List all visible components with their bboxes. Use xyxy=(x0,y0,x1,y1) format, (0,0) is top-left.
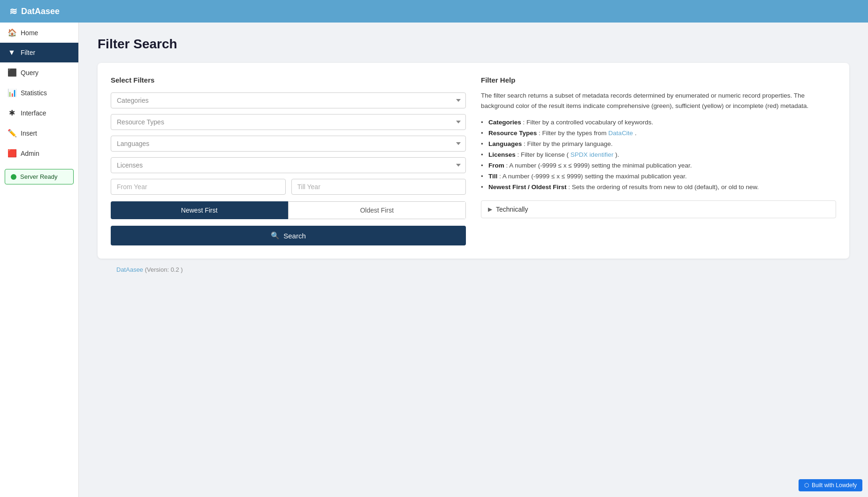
filter-help-list: Categories : Filter by a controlled voca… xyxy=(481,117,836,193)
help-term: Newest First / Oldest First xyxy=(488,184,567,191)
accordion-header[interactable]: ▶ Technically xyxy=(481,201,836,218)
statistics-icon: 📊 xyxy=(8,88,16,97)
help-term: Categories xyxy=(488,119,521,126)
search-button[interactable]: 🔍 Search xyxy=(111,226,466,245)
chevron-right-icon: ▶ xyxy=(488,206,492,213)
sidebar-item-label: Interface xyxy=(21,109,46,117)
two-col-layout: Select Filters Categories Resource Types… xyxy=(111,76,836,245)
logo: ≋ DatAasee xyxy=(9,6,60,17)
list-item: Till : A number (-9999 ≤ x ≤ 9999) setti… xyxy=(481,171,836,182)
page-title: Filter Search xyxy=(98,37,849,52)
filter-help-title: Filter Help xyxy=(481,76,836,84)
sidebar-item-query[interactable]: ⬛ Query xyxy=(0,62,78,83)
technically-label: Technically xyxy=(496,206,528,213)
help-term: Languages xyxy=(488,140,522,147)
help-desc: : Sets the ordering of results from new … xyxy=(568,184,759,191)
sidebar-item-admin[interactable]: 🟥 Admin xyxy=(0,143,78,163)
sidebar: 🏠 Home ▼ Filter ⬛ Query 📊 Statistics ✱ I… xyxy=(0,23,79,497)
list-item: Resource Types : Filter by the types fro… xyxy=(481,128,836,139)
server-status-label: Server Ready xyxy=(20,173,57,180)
from-year-input[interactable] xyxy=(111,179,286,195)
technically-accordion[interactable]: ▶ Technically xyxy=(481,200,836,218)
help-term: Resource Types xyxy=(488,130,537,137)
list-item: Languages : Filter by the primary langua… xyxy=(481,139,836,150)
help-desc-after: . xyxy=(635,130,637,137)
languages-select[interactable]: Languages xyxy=(111,136,466,152)
list-item: Licenses : Filter by license ( SPDX iden… xyxy=(481,150,836,161)
footer-app-link[interactable]: DatAasee xyxy=(116,266,143,273)
footer-version-text: (Version: xyxy=(145,266,171,273)
query-icon: ⬛ xyxy=(8,68,16,77)
spdx-link[interactable]: SPDX identifier xyxy=(571,151,614,158)
main-content: Filter Search Select Filters Categories … xyxy=(79,23,868,497)
home-icon: 🏠 xyxy=(8,28,16,37)
help-term: From xyxy=(488,162,504,169)
help-desc-after: ). xyxy=(615,151,619,158)
sidebar-item-filter[interactable]: ▼ Filter xyxy=(0,43,78,62)
interface-icon: ✱ xyxy=(8,108,16,117)
year-range-row xyxy=(111,179,466,195)
admin-icon: 🟥 xyxy=(8,149,16,158)
help-desc: : A number (-9999 ≤ x ≤ 9999) setting th… xyxy=(499,173,687,180)
status-dot-icon xyxy=(11,174,16,180)
sidebar-item-interface[interactable]: ✱ Interface xyxy=(0,103,78,123)
sidebar-item-label: Query xyxy=(21,69,38,76)
resource-types-select[interactable]: Resource Types xyxy=(111,114,466,130)
app-name: DatAasee xyxy=(21,7,60,16)
filter-panel: Select Filters Categories Resource Types… xyxy=(111,76,466,245)
help-desc: : A number (-9999 ≤ x ≤ 9999) setting th… xyxy=(506,162,692,169)
sidebar-item-label: Statistics xyxy=(21,89,47,97)
search-button-label: Search xyxy=(283,232,306,240)
newest-first-button[interactable]: Newest First xyxy=(111,201,288,219)
lowdefy-icon: ⬡ xyxy=(804,482,809,489)
help-term: Till xyxy=(488,173,497,180)
oldest-first-button[interactable]: Oldest First xyxy=(288,201,466,219)
help-term: Licenses xyxy=(488,151,516,158)
footer-version: 0.2 xyxy=(171,266,179,273)
footer: DatAasee (Version: 0.2 ) xyxy=(98,259,849,281)
filter-help-intro: The filter search returns a subset of me… xyxy=(481,91,836,111)
sidebar-item-label: Admin xyxy=(21,150,39,157)
built-with-badge: ⬡ Built with Lowdefy xyxy=(799,479,862,491)
filter-icon: ▼ xyxy=(8,48,16,57)
sidebar-item-label: Filter xyxy=(21,49,35,56)
sort-order-toggle: Newest First Oldest First xyxy=(111,201,466,219)
insert-icon: ✏️ xyxy=(8,129,16,138)
sidebar-item-label: Home xyxy=(21,29,38,37)
till-year-input[interactable] xyxy=(291,179,466,195)
search-button-icon: 🔍 xyxy=(271,231,280,240)
top-header: ≋ DatAasee xyxy=(0,0,868,23)
datacite-link[interactable]: DataCite xyxy=(609,130,633,137)
help-desc: : Filter by the types from xyxy=(539,130,609,137)
licenses-select[interactable]: Licenses xyxy=(111,157,466,173)
help-desc: : Filter by license ( xyxy=(518,151,569,158)
list-item: Categories : Filter by a controlled voca… xyxy=(481,117,836,128)
filter-help-panel: Filter Help The filter search returns a … xyxy=(481,76,836,245)
filter-card: Select Filters Categories Resource Types… xyxy=(98,63,849,259)
select-filters-title: Select Filters xyxy=(111,76,466,84)
built-with-label: Built with Lowdefy xyxy=(812,482,857,489)
logo-icon: ≋ xyxy=(9,6,17,17)
categories-select[interactable]: Categories xyxy=(111,92,466,108)
list-item: From : A number (-9999 ≤ x ≤ 9999) setti… xyxy=(481,161,836,171)
help-desc: : Filter by the primary language. xyxy=(524,140,613,147)
help-desc: : Filter by a controlled vocabulary of k… xyxy=(523,119,654,126)
sidebar-item-insert[interactable]: ✏️ Insert xyxy=(0,123,78,143)
sidebar-item-label: Insert xyxy=(21,130,37,137)
server-status: Server Ready xyxy=(5,169,74,184)
sidebar-item-home[interactable]: 🏠 Home xyxy=(0,23,78,43)
footer-version-close: ) xyxy=(181,266,183,273)
list-item: Newest First / Oldest First : Sets the o… xyxy=(481,182,836,193)
sidebar-item-statistics[interactable]: 📊 Statistics xyxy=(0,83,78,103)
app-body: 🏠 Home ▼ Filter ⬛ Query 📊 Statistics ✱ I… xyxy=(0,23,868,497)
